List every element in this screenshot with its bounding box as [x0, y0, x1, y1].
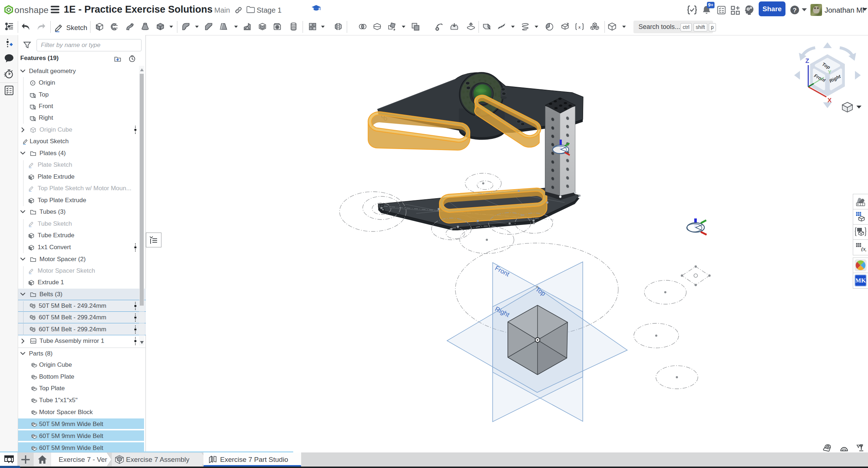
svg-text:X: X — [827, 97, 832, 104]
svg-text:?: ? — [793, 7, 796, 14]
svg-text:(x): (x) — [861, 246, 866, 252]
svg-text:Y: Y — [828, 69, 831, 75]
svg-text:Z: Z — [805, 58, 809, 64]
